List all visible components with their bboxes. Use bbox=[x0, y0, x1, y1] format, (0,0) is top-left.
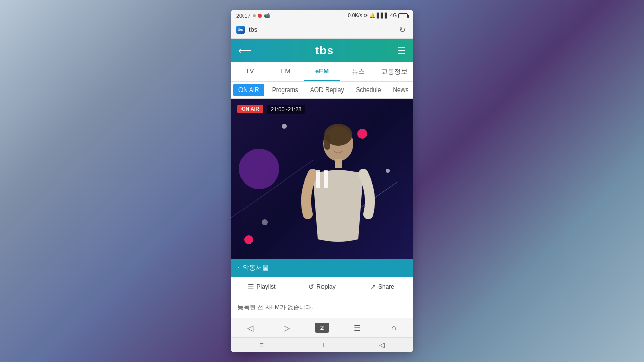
bullet: · bbox=[237, 263, 239, 273]
tbs-favicon: tbs bbox=[236, 26, 245, 34]
bg-decoration-circle-1 bbox=[239, 149, 279, 189]
status-indicator-dot bbox=[253, 14, 256, 17]
network-type: 4G bbox=[390, 13, 397, 18]
video-icon: 📹 bbox=[264, 13, 270, 18]
status-bar: 20:17 📹 0.0K/s ⟳ 🔔 ▋▋▋ 4G bbox=[231, 10, 413, 21]
nav-home-button[interactable]: ⌂ bbox=[385, 319, 403, 337]
system-home-button[interactable]: □ bbox=[319, 341, 323, 349]
nav-back-button[interactable]: ◁ bbox=[241, 319, 259, 337]
bg-decoration-circle-4 bbox=[386, 169, 390, 173]
system-nav: ≡ □ ◁ bbox=[231, 337, 413, 352]
address-bar[interactable]: tbs tbs ↻ bbox=[231, 21, 413, 39]
playlist-icon: ☰ bbox=[248, 283, 254, 291]
pause-bar-right bbox=[324, 170, 328, 188]
alarm-icon: 🔔 bbox=[369, 13, 375, 18]
sub-nav-schedule[interactable]: Schedule bbox=[350, 82, 387, 98]
status-right: 0.0K/s ⟳ 🔔 ▋▋▋ 4G bbox=[348, 13, 408, 18]
system-menu-button[interactable]: ≡ bbox=[259, 341, 263, 349]
bg-decoration-circle-5 bbox=[262, 219, 268, 225]
replay-icon: ↺ bbox=[308, 283, 314, 291]
network-speed: 0.0K/s bbox=[348, 13, 362, 18]
nav-tab-count[interactable]: 2 bbox=[315, 323, 329, 333]
main-nav-efm[interactable]: eFM bbox=[304, 62, 340, 81]
svg-rect-3 bbox=[335, 159, 342, 168]
share-button[interactable]: ↗ Share bbox=[352, 281, 413, 293]
nav-menu-button[interactable]: ☰ bbox=[348, 319, 366, 337]
pause-bar-left bbox=[316, 170, 320, 188]
sub-nav: ON AIR Programs AOD Replay Schedule News bbox=[231, 82, 413, 99]
share-icon: ↗ bbox=[370, 283, 376, 291]
song-title-bar: · 악동서울 bbox=[231, 259, 413, 277]
nav-forward-button[interactable]: ▷ bbox=[278, 319, 296, 337]
record-icon bbox=[258, 14, 262, 18]
main-nav-tv[interactable]: TV bbox=[231, 62, 268, 81]
main-nav-traffic[interactable]: 교통정보 bbox=[376, 62, 413, 81]
pause-button[interactable] bbox=[316, 170, 328, 188]
replay-label: Roplay bbox=[316, 283, 335, 290]
bg-decoration-circle-6 bbox=[244, 235, 253, 244]
time-badge: 21:00~21:28 bbox=[267, 105, 305, 114]
hamburger-menu-icon[interactable]: ☰ bbox=[397, 45, 406, 56]
status-left: 20:17 📹 bbox=[236, 13, 270, 19]
song-title: 악동서울 bbox=[243, 263, 269, 273]
main-nav-news[interactable]: 뉴스 bbox=[340, 62, 376, 81]
info-text: 능독된 선 사FM가 없습니다. bbox=[237, 304, 313, 311]
video-player[interactable]: ON AIR 21:00~21:28 bbox=[231, 99, 413, 259]
sub-nav-on-air[interactable]: ON AIR bbox=[233, 84, 264, 96]
phone-container: 20:17 📹 0.0K/s ⟳ 🔔 ▋▋▋ 4G tbs tbs ↻ ⟵ tb… bbox=[231, 10, 413, 352]
sub-nav-programs[interactable]: Programs bbox=[266, 82, 304, 98]
replay-button[interactable]: ↺ Roplay bbox=[292, 281, 352, 293]
tbs-logo: tbs bbox=[315, 44, 334, 57]
tbs-back-icon[interactable]: ⟵ bbox=[238, 45, 252, 56]
info-text-area: 능독된 선 사FM가 없습니다. bbox=[231, 297, 413, 318]
tbs-header: ⟵ tbs ☰ bbox=[231, 39, 413, 62]
system-back-button[interactable]: ◁ bbox=[379, 341, 385, 349]
performer-figure bbox=[298, 109, 378, 259]
sync-icon: ⟳ bbox=[364, 13, 368, 18]
sub-nav-news[interactable]: News bbox=[387, 82, 413, 98]
main-nav: TV FM eFM 뉴스 교통정보 bbox=[231, 62, 413, 82]
signal-icon: ▋▋▋ bbox=[377, 13, 389, 18]
address-input[interactable]: tbs bbox=[249, 26, 393, 33]
battery-container bbox=[398, 13, 408, 18]
bg-decoration-circle-3 bbox=[282, 124, 287, 129]
status-time: 20:17 bbox=[236, 13, 251, 19]
playlist-button[interactable]: ☰ Playlist bbox=[231, 281, 292, 293]
playlist-label: Playlist bbox=[256, 283, 275, 290]
sub-nav-aod-replay[interactable]: AOD Replay bbox=[304, 82, 350, 98]
bottom-nav: ◁ ▷ 2 ☰ ⌂ bbox=[231, 318, 413, 337]
main-nav-fm[interactable]: FM bbox=[268, 62, 304, 81]
svg-rect-2 bbox=[324, 135, 330, 150]
favicon-text: tbs bbox=[238, 28, 244, 31]
on-air-badge: ON AIR bbox=[237, 105, 263, 113]
action-buttons: ☰ Playlist ↺ Roplay ↗ Share bbox=[231, 277, 413, 297]
refresh-icon[interactable]: ↻ bbox=[397, 25, 408, 35]
share-label: Share bbox=[378, 283, 394, 290]
